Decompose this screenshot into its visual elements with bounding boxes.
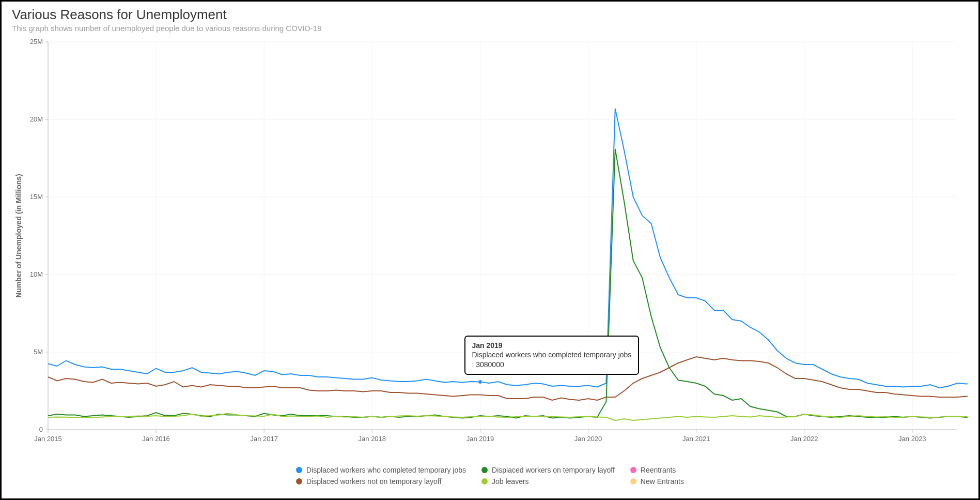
legend-label: Job leavers (492, 477, 529, 486)
legend-item[interactable]: New Entrants (630, 477, 684, 486)
legend-swatch (481, 467, 488, 473)
legend-label: Displaced workers not on temporary layof… (306, 477, 441, 486)
legend-item[interactable]: Displaced workers not on temporary layof… (296, 477, 466, 486)
line-chart-svg[interactable]: 05M10M15M20M25MJan 2015Jan 2016Jan 2017J… (12, 37, 968, 450)
svg-text:20M: 20M (30, 115, 43, 123)
legend-swatch (630, 467, 636, 473)
chart-container: Various Reasons for Unemployment This gr… (0, 0, 980, 500)
svg-text:Jan 2020: Jan 2020 (574, 435, 602, 443)
svg-text:Number of Unemployed (in Milli: Number of Unemployed (in Millions) (14, 174, 23, 298)
legend-label: New Entrants (641, 477, 684, 486)
chart-title: Various Reasons for Unemployment (12, 7, 968, 23)
svg-text:15M: 15M (30, 193, 43, 201)
svg-text:10M: 10M (30, 270, 43, 278)
legend-swatch (630, 478, 636, 484)
legend-swatch (481, 478, 488, 484)
series-line[interactable] (48, 109, 968, 388)
svg-text:Jan 2017: Jan 2017 (250, 435, 278, 443)
chart-legend: Displaced workers who completed temporar… (180, 466, 800, 486)
svg-text:Jan 2021: Jan 2021 (682, 435, 710, 443)
legend-label: Reentrants (641, 466, 676, 474)
series-line[interactable] (48, 357, 968, 400)
svg-text:Jan 2023: Jan 2023 (898, 435, 926, 443)
svg-text:25M: 25M (30, 38, 43, 46)
series-line[interactable] (48, 414, 968, 421)
svg-text:0: 0 (39, 426, 43, 433)
legend-label: Displaced workers on temporary layoff (492, 466, 615, 474)
legend-label: Displaced workers who completed temporar… (306, 466, 466, 474)
legend-item[interactable]: Job leavers (481, 477, 615, 486)
legend-item[interactable]: Reentrants (630, 466, 684, 474)
hover-point (478, 380, 482, 384)
svg-text:Jan 2018: Jan 2018 (359, 435, 386, 443)
svg-text:Jan 2015: Jan 2015 (34, 435, 62, 443)
svg-text:Jan 2019: Jan 2019 (466, 435, 494, 443)
svg-text:5M: 5M (34, 348, 43, 356)
legend-item[interactable]: Displaced workers on temporary layoff (481, 466, 615, 474)
legend-swatch (296, 478, 302, 484)
legend-swatch (296, 467, 302, 473)
series-line[interactable] (48, 149, 968, 418)
legend-item[interactable]: Displaced workers who completed temporar… (296, 466, 466, 474)
chart-subtitle: This graph shows number of unemployed pe… (12, 24, 968, 33)
svg-text:Jan 2016: Jan 2016 (142, 435, 170, 443)
chart-area[interactable]: 05M10M15M20M25MJan 2015Jan 2016Jan 2017J… (12, 37, 968, 466)
svg-text:Jan 2022: Jan 2022 (790, 435, 818, 443)
